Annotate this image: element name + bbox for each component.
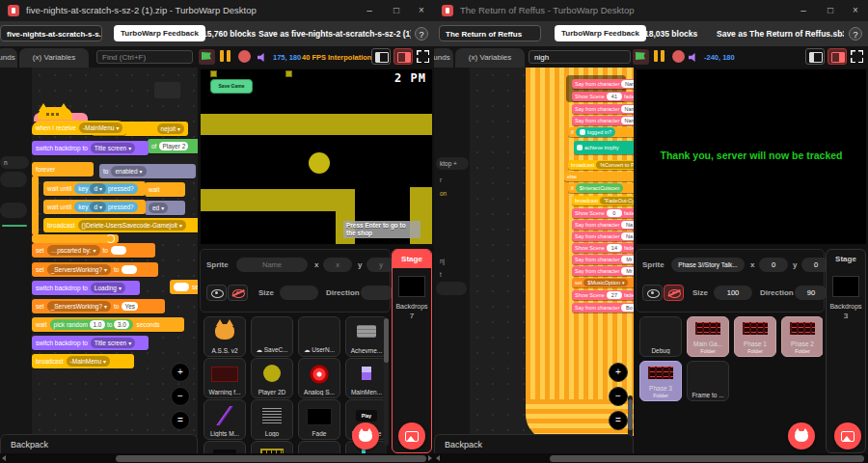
- size-input[interactable]: [280, 286, 318, 300]
- stage-thumbnail[interactable]: [398, 276, 425, 297]
- sprite-tile[interactable]: [251, 441, 293, 453]
- script-block[interactable]: Say from characterMr: [572, 255, 634, 264]
- script-block[interactable]: Show Scene0fade: [572, 208, 634, 218]
- script-block[interactable]: broadcast()Delete-UsersSavecode-Gamejolt: [43, 218, 198, 232]
- small-stage-button[interactable]: [371, 48, 391, 65]
- script-block[interactable]: set…pscarted by:to: [32, 243, 155, 258]
- script-block[interactable]: set_ServersWorking?toYes: [32, 299, 165, 313]
- sprite-tile[interactable]: ☁ SaveC...: [251, 316, 293, 357]
- pause-icon[interactable]: [654, 50, 658, 62]
- script-block[interactable]: switch backdrop toLoading: [32, 281, 140, 295]
- save-as-link[interactable]: Save as The Return of Reffus.sb3: [717, 29, 844, 39]
- script-block[interactable]: when I receive-MainMenu: [32, 121, 126, 135]
- script-block[interactable]: Say from characterNa: [572, 232, 634, 241]
- script-block[interactable]: Say from characterNama: [572, 104, 634, 114]
- speaker-icon[interactable]: [258, 53, 268, 62]
- small-stage-button[interactable]: [805, 48, 825, 65]
- sprite-tile[interactable]: ☁ UserN...: [298, 316, 340, 357]
- script-block[interactable]: set$MusicOption: [572, 278, 634, 287]
- save-as-link[interactable]: Save as five-nights-at-scratch-s-sz-2 (1…: [258, 29, 411, 39]
- horizontal-scrollbar[interactable]: [434, 453, 868, 463]
- palette-item[interactable]: nj: [436, 257, 448, 264]
- palette-item[interactable]: [0, 172, 27, 187]
- script-block[interactable]: broadcast"FadeOut-Cy: [572, 196, 634, 205]
- script-block[interactable]: [32, 234, 119, 243]
- script-block[interactable]: [154, 82, 180, 98]
- palette-item[interactable]: [0, 203, 27, 218]
- sprite-name-input[interactable]: Name: [236, 258, 308, 272]
- sprite-tile[interactable]: Debug: [639, 316, 682, 357]
- sprite-tile[interactable]: –: [298, 441, 340, 453]
- size-input[interactable]: 100: [714, 286, 752, 300]
- x-input[interactable]: x: [323, 258, 352, 272]
- project-name-input[interactable]: five-nights-at-scratch-s-s...: [0, 25, 102, 41]
- palette-item[interactable]: [436, 282, 467, 295]
- script-block[interactable]: wait untilkeydpressed?: [43, 200, 146, 214]
- script-block[interactable]: broadcast-MainMenu: [32, 354, 134, 368]
- sprite-tile[interactable]: Fade: [298, 399, 340, 440]
- speaker-icon[interactable]: [689, 53, 699, 62]
- horizontal-scrollbar[interactable]: [0, 453, 434, 463]
- find-input[interactable]: nigh: [529, 50, 631, 64]
- pause-icon[interactable]: [227, 50, 231, 62]
- palette-item[interactable]: ktop +: [436, 157, 469, 170]
- script-block[interactable]: if$InteractCutscen: [568, 183, 634, 193]
- tab-sounds[interactable]: unds: [0, 48, 17, 68]
- script-block[interactable]: toenabled: [99, 164, 196, 178]
- script-block[interactable]: Say from characterBo: [572, 303, 634, 313]
- palette-item[interactable]: n: [0, 156, 29, 169]
- script-block[interactable]: else: [564, 172, 634, 181]
- sprite-tile[interactable]: Phase 3Folder: [639, 361, 682, 401]
- sprite-tile[interactable]: [203, 441, 246, 453]
- zoom-reset-button[interactable]: =: [171, 411, 190, 430]
- script-block[interactable]: Say from characterMr: [572, 266, 634, 276]
- close-button[interactable]: ×: [845, 3, 866, 18]
- script-block[interactable]: Say from characterNama: [572, 116, 634, 125]
- script-block[interactable]: ed: [145, 201, 185, 215]
- script-block[interactable]: seconds: [170, 280, 198, 294]
- script-block[interactable]: waitpick random1.0to3.0seconds: [32, 317, 184, 332]
- pause-icon[interactable]: [220, 50, 224, 62]
- sprite-tile[interactable]: MainMen...: [345, 358, 387, 398]
- script-block[interactable]: switch backdrop toTitle screen: [32, 336, 149, 350]
- script-block[interactable]: Say from characterNa: [572, 220, 634, 230]
- sprite-tile[interactable]: Frame to ...: [687, 361, 729, 401]
- x-input[interactable]: 0: [759, 258, 788, 272]
- add-backdrop-button[interactable]: [398, 422, 425, 449]
- feedback-button[interactable]: TurboWarp Feedback: [114, 25, 205, 41]
- sprite-tile[interactable]: Warning f...: [203, 358, 246, 398]
- sprite-tile[interactable]: Logo: [251, 399, 293, 440]
- sprite-list-scrollbar[interactable]: [384, 318, 389, 446]
- minimize-button[interactable]: –: [793, 3, 814, 18]
- save-game-button[interactable]: Save Game: [210, 79, 253, 94]
- sprite-tile[interactable]: Player 2D: [251, 358, 293, 398]
- script-block[interactable]: wait untilkeydpressed?: [43, 181, 146, 196]
- fullscreen-button[interactable]: [851, 50, 863, 63]
- stage-selector-title[interactable]: Stage: [393, 250, 431, 268]
- stage-viewport[interactable]: 2 PM Save Game Press Enter to go to the …: [201, 69, 432, 244]
- find-input[interactable]: Find (Ctrl+F): [96, 50, 193, 64]
- script-block[interactable]: wait: [145, 182, 185, 197]
- maximize-button[interactable]: □: [820, 3, 841, 18]
- hide-sprite-button[interactable]: [228, 285, 248, 301]
- add-sprite-button[interactable]: [788, 422, 815, 449]
- block-palette[interactable]: ktop +ronnjt: [434, 68, 471, 436]
- script-block[interactable]: forever: [32, 162, 94, 177]
- show-sprite-button[interactable]: [206, 285, 227, 301]
- script-block[interactable]: broadcast%Convert to P: [568, 160, 634, 170]
- script-block[interactable]: achieve trophy: [574, 141, 634, 154]
- zoom-out-button[interactable]: −: [609, 387, 628, 406]
- backpack-bar[interactable]: Backpack: [0, 434, 198, 453]
- script-block[interactable]: Show Scene27fade: [572, 290, 634, 300]
- large-stage-button[interactable]: [827, 48, 847, 65]
- sprite-tile[interactable]: Phase 2Folder: [781, 316, 823, 357]
- scrollbar-thumb[interactable]: [116, 455, 426, 462]
- green-flag-button[interactable]: [199, 49, 215, 65]
- cat-hat-block[interactable]: [34, 106, 88, 122]
- stop-button[interactable]: [238, 50, 251, 63]
- scroll-right-arrow[interactable]: [428, 455, 432, 461]
- zoom-out-button[interactable]: −: [171, 387, 190, 406]
- pause-icon[interactable]: [661, 50, 665, 62]
- direction-input[interactable]: 90: [795, 286, 827, 300]
- large-stage-button[interactable]: [393, 48, 413, 65]
